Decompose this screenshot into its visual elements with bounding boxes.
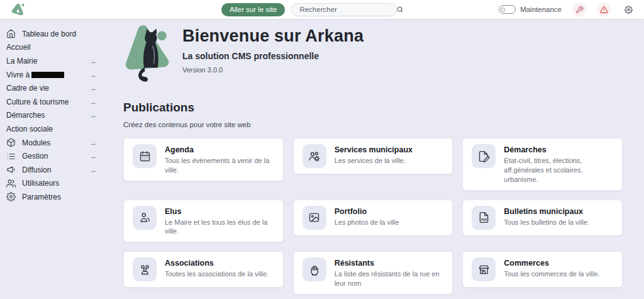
sidebar-item-label: Vivre à: [6, 71, 30, 79]
sidebar-item-label: Gestion: [22, 152, 48, 161]
sidebar-item-culture-tourisme[interactable]: Culture & tourisme →: [6, 95, 97, 109]
sidebar-item-parametres[interactable]: Paramètres: [6, 190, 97, 204]
card-description: Tous les commerces de la ville.: [504, 269, 599, 279]
document-edit-icon: [472, 144, 496, 168]
fist-icon: [303, 257, 326, 281]
card-resistants[interactable]: Résistants La liste des résistants de la…: [293, 251, 453, 295]
publications-section: Publications Créez des contenus pour vot…: [123, 101, 623, 299]
sidebar-item-label: Culture & tourisme: [6, 98, 69, 106]
card-commerces[interactable]: Commerces Tous les commerces de la ville…: [462, 251, 623, 288]
maintenance-toggle[interactable]: [499, 5, 516, 14]
card-title: Agenda: [165, 145, 274, 154]
gear-icon: [6, 192, 16, 201]
card-portfolio[interactable]: Portfolio Les photos de la ville: [293, 200, 453, 236]
sidebar-item-gestion[interactable]: Gestion →: [6, 149, 97, 163]
arkana-logo[interactable]: [10, 2, 26, 17]
arrow-right-icon: →: [89, 111, 97, 120]
sidebar-item-label: Utilisateurs: [22, 179, 59, 188]
publications-subtitle: Créez des contenus pour votre site web: [123, 121, 623, 128]
publications-title: Publications: [123, 101, 623, 115]
card-title: Commerces: [504, 259, 599, 268]
search-input[interactable]: [299, 6, 396, 13]
users-icon: [6, 179, 16, 188]
arrow-right-icon: →: [89, 138, 97, 147]
card-title: Bulletins municipaux: [504, 207, 589, 216]
arrow-right-icon: →: [89, 98, 97, 106]
redacted-text: [31, 72, 64, 78]
sidebar-item-diffusion[interactable]: Diffusion →: [6, 163, 97, 177]
maintenance-label: Maintenance: [520, 6, 562, 13]
sidebar-item-label: Diffusion: [22, 166, 51, 174]
group-icon: [133, 257, 157, 281]
card-description: Les services de la ville.: [335, 156, 413, 166]
page-subtitle: La solution CMS professionnelle: [182, 51, 364, 61]
photo-icon: [303, 206, 326, 230]
sidebar-item-label: Tableau de bord: [22, 30, 76, 38]
sidebar-item-cadre-de-vie[interactable]: Cadre de vie →: [6, 81, 97, 95]
card-title: Portfolio: [335, 207, 399, 216]
sidebar-item-label: Accueil: [6, 43, 31, 52]
users-gear-icon: [303, 144, 326, 168]
card-description: Tous les évènements à venir de la ville.: [165, 156, 274, 175]
card-title: Démarches: [504, 145, 613, 154]
gear-icon[interactable]: [621, 3, 635, 16]
card-title: Associations: [165, 259, 269, 268]
sidebar-item-vivre-a[interactable]: Vivre à →: [6, 68, 97, 82]
search-box[interactable]: [291, 3, 397, 16]
arkana-logo-icon: [10, 2, 26, 17]
storefront-icon: [472, 257, 496, 281]
card-title: Résistants: [335, 259, 444, 268]
card-description: La liste des résistants de la rue en leu…: [335, 269, 444, 288]
card-title: Elus: [165, 207, 274, 216]
sidebar-item-demarches[interactable]: Démarches →: [6, 109, 97, 123]
megaphone-icon: [6, 165, 16, 174]
card-bulletins-municipaux[interactable]: PDF Bulletins municipaux Tous les bullet…: [462, 200, 623, 236]
card-description: Etat-civil, titres, élections, aff.génér…: [504, 156, 613, 184]
arrow-right-icon: →: [89, 152, 97, 161]
card-demarches[interactable]: Démarches Etat-civil, titres, élections,…: [462, 138, 623, 191]
sidebar-item-label: Action sociale: [6, 125, 53, 133]
sidebar-item-utilisateurs[interactable]: Utilisateurs: [6, 177, 97, 191]
arrow-right-icon: →: [89, 166, 97, 174]
calendar-icon: [133, 144, 157, 168]
search-icon[interactable]: [396, 6, 404, 13]
sidebar-item-label: Paramètres: [22, 193, 61, 201]
card-description: Les photos de la ville: [335, 218, 399, 227]
sidebar-item-label: Modules: [22, 138, 50, 147]
card-description: Toutes les associations de la ville.: [165, 269, 269, 279]
home-icon: [6, 29, 16, 38]
warning-triangle-icon[interactable]: [597, 3, 611, 16]
arrow-right-icon: →: [89, 84, 97, 93]
sidebar-item-tableau-de-bord[interactable]: Tableau de bord: [6, 27, 97, 41]
user-icon: [133, 206, 157, 230]
list-icon: [6, 152, 16, 161]
svg-text:PDF: PDF: [481, 218, 487, 222]
card-description: Tous les bulletins de la ville.: [504, 218, 589, 227]
toggle-knob: [501, 8, 505, 12]
card-associations[interactable]: Associations Toutes les associations de …: [123, 251, 284, 288]
card-services-municipaux[interactable]: Services municipaux Les services de la v…: [293, 138, 453, 174]
pdf-file-icon: PDF: [472, 206, 496, 230]
sidebar-item-label: Cadre de vie: [6, 84, 49, 93]
card-description: Le Maire et les tous les élus de la vill…: [165, 218, 274, 237]
sidebar-item-modules[interactable]: Modules →: [6, 136, 97, 150]
sidebar-item-la-mairie[interactable]: La Mairie →: [6, 54, 97, 68]
welcome-header: Bienvenue sur Arkana La solution CMS pro…: [123, 23, 623, 88]
wrench-icon[interactable]: [572, 3, 586, 16]
card-agenda[interactable]: Agenda Tous les évènements à venir de la…: [123, 138, 284, 181]
topbar: Aller sur le site Maintenance: [0, 0, 644, 19]
cube-icon: [6, 138, 16, 147]
card-title: Services municipaux: [335, 145, 413, 154]
main-content: Bienvenue sur Arkana La solution CMS pro…: [119, 19, 644, 299]
arrow-right-icon: →: [89, 57, 97, 65]
go-to-site-button[interactable]: Aller sur le site: [221, 3, 285, 16]
sidebar-item-label: La Mairie: [6, 57, 37, 65]
sidebar-item-label: Démarches: [6, 111, 45, 120]
arkana-logo-large: [123, 23, 175, 88]
card-elus[interactable]: Elus Le Maire et les tous les élus de la…: [123, 200, 284, 243]
page-title: Bienvenue sur Arkana: [182, 26, 364, 46]
sidebar-item-action-sociale[interactable]: Action sociale: [6, 122, 97, 136]
publications-grid: Agenda Tous les évènements à venir de la…: [123, 138, 623, 299]
arrow-right-icon: →: [89, 71, 97, 79]
sidebar-item-accueil[interactable]: Accueil: [6, 41, 97, 55]
